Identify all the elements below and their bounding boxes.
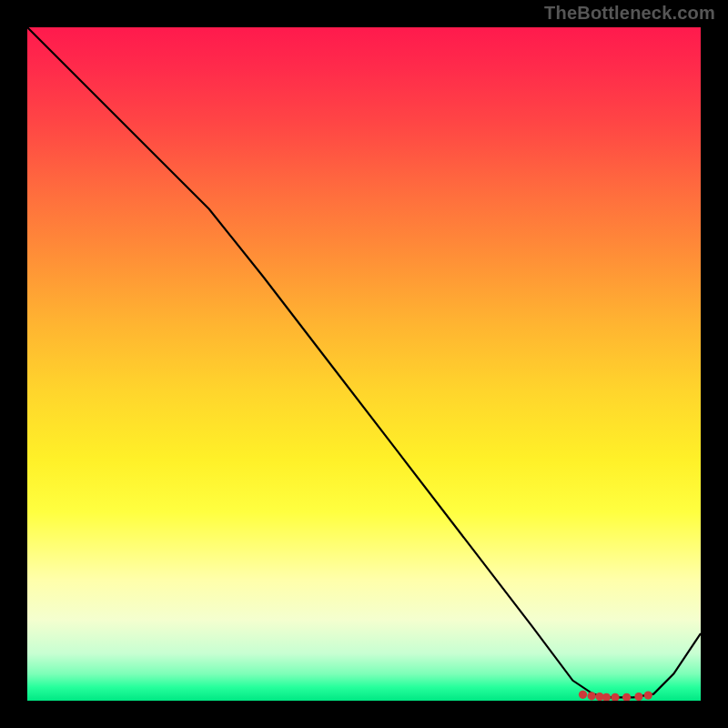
optimal-dot (622, 693, 631, 701)
watermark-text: TheBottleneck.com (544, 3, 715, 24)
optimal-dot (588, 692, 596, 700)
optimal-dot (611, 693, 619, 701)
optimal-dot (644, 691, 652, 699)
optimal-dot (579, 691, 587, 699)
bottleneck-curve (27, 27, 701, 697)
optimal-dot (602, 693, 611, 701)
chart-area (27, 27, 701, 701)
optimal-dot (634, 693, 642, 701)
chart-svg (27, 27, 701, 701)
